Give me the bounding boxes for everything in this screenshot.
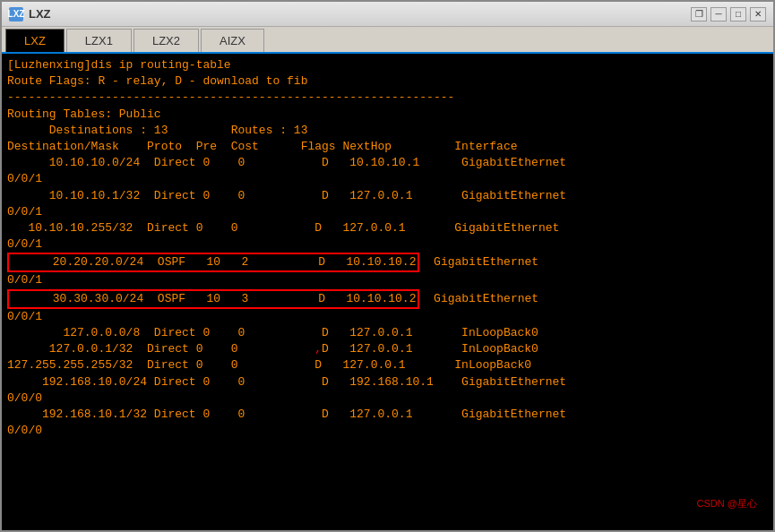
watermark: CSDN @星心 xyxy=(697,497,757,511)
terminal-line: Destination/Mask Proto Pre Cost Flags Ne… xyxy=(7,139,768,155)
terminal-line: 10.10.10.255/32 Direct 0 0 D 127.0.0.1 G… xyxy=(7,220,768,236)
terminal-line: Destinations : 13 Routes : 13 xyxy=(7,123,768,139)
terminal-line: 0/0/1 xyxy=(7,272,768,288)
terminal-line: 0/0/1 xyxy=(7,236,768,253)
terminal-line: 0/0/0 xyxy=(7,390,768,407)
tab-lzx1[interactable]: LZX1 xyxy=(66,29,132,52)
close-button[interactable]: ✕ xyxy=(750,7,766,21)
terminal-line: 0/0/0 xyxy=(7,423,768,439)
terminal-line: Route Flags: R - relay, D - download to … xyxy=(7,73,768,90)
tab-lzx2[interactable]: LZX2 xyxy=(133,29,199,52)
tab-aizx[interactable]: AIZX xyxy=(201,29,264,52)
terminal-line: 0/0/1 xyxy=(7,309,768,325)
terminal-line: [Luzhenxing]dis ip routing-table xyxy=(7,57,768,73)
terminal-output[interactable]: [Luzhenxing]dis ip routing-tableRoute Fl… xyxy=(2,54,773,530)
terminal-line: 127.0.0.0/8 Direct 0 0 D 127.0.0.1 InLoo… xyxy=(7,325,768,341)
terminal-line: 10.10.10.1/32 Direct 0 0 D 127.0.0.1 Gig… xyxy=(7,188,768,204)
terminal-line: 127.0.0.1/32 Direct 0 0 ,D 127.0.0.1 InL… xyxy=(7,341,768,357)
terminal-line: 0/0/1 xyxy=(7,204,768,220)
tab-bar: LXZ LZX1 LZX2 AIZX xyxy=(2,27,773,54)
maximize-button[interactable]: □ xyxy=(730,7,746,21)
terminal-line: ----------------------------------------… xyxy=(7,90,768,106)
terminal-line: 10.10.10.0/24 Direct 0 0 D 10.10.10.1 Gi… xyxy=(7,155,768,171)
title-bar-buttons: ❐ ─ □ ✕ xyxy=(691,7,766,21)
window-icon: LXZ xyxy=(9,7,23,21)
terminal-line: 20.20.20.0/24 OSPF 10 2 D 10.10.10.2 Gig… xyxy=(7,253,768,272)
restore-button[interactable]: ❐ xyxy=(691,7,707,21)
terminal-line: Routing Tables: Public xyxy=(7,107,768,123)
tab-lxz[interactable]: LXZ xyxy=(5,29,65,52)
terminal-line: 30.30.30.0/24 OSPF 10 3 D 10.10.10.2 Gig… xyxy=(7,289,768,309)
title-bar: LXZ LXZ ❐ ─ □ ✕ xyxy=(2,2,773,27)
main-window: LXZ LXZ ❐ ─ □ ✕ LXZ LZX1 LZX2 AIZX [Luzh… xyxy=(0,0,775,532)
terminal-line: 192.168.10.1/32 Direct 0 0 D 127.0.0.1 G… xyxy=(7,407,768,423)
minimize-button[interactable]: ─ xyxy=(710,7,727,21)
terminal-line: 192.168.10.0/24 Direct 0 0 D 192.168.10.… xyxy=(7,374,768,390)
window-title: LXZ xyxy=(29,7,691,21)
terminal-line: 127.255.255.255/32 Direct 0 0 D 127.0.0.… xyxy=(7,357,768,373)
terminal-line: 0/0/1 xyxy=(7,171,768,187)
